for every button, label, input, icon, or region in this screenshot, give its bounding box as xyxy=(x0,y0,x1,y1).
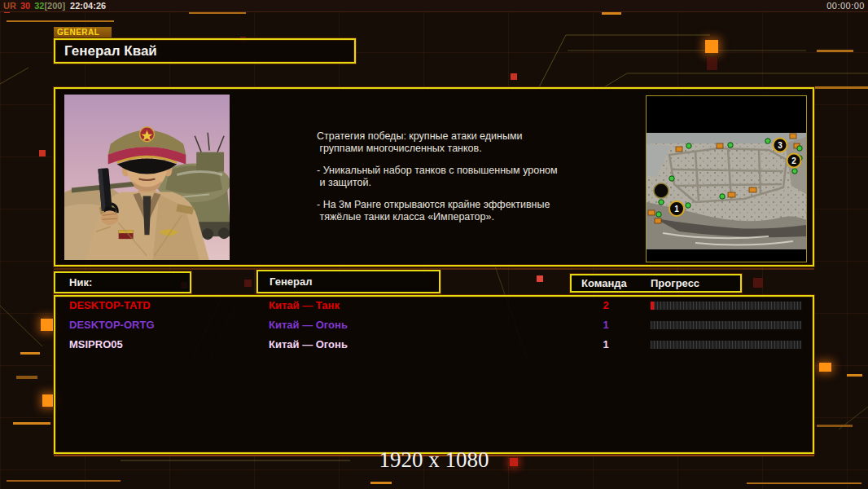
column-header-nick: Ник: xyxy=(54,271,191,293)
column-header-general: Генерал xyxy=(256,270,441,293)
debug-readout: UR3032[200]22:04:26 xyxy=(3,1,110,11)
player-general: Китай — Танк xyxy=(269,299,340,311)
description-paragraph: Стратегия победы: крупные атаки едиными … xyxy=(317,130,590,155)
tab-general[interactable]: GENERAL xyxy=(54,27,112,38)
general-description: Стратегия победы: крупные атаки едиными … xyxy=(317,130,590,233)
player-row[interactable]: MSIPRO05 Китай — Огонь 1 xyxy=(55,337,811,356)
player-team: 1 xyxy=(594,319,618,331)
general-portrait-image xyxy=(64,94,230,261)
svg-text:1: 1 xyxy=(674,205,679,214)
player-team: 1 xyxy=(594,338,618,350)
minimap-image: 1 2 3 xyxy=(647,96,806,262)
progress-bar xyxy=(650,301,802,311)
description-paragraph: - На 3м Ранге открываются крайне эффекти… xyxy=(317,199,590,223)
player-general: Китай — Огонь xyxy=(269,338,348,350)
player-row[interactable]: DESKTOP-TATD Китай — Танк 2 xyxy=(55,297,811,317)
debug-part: UR xyxy=(3,1,16,11)
progress-bar xyxy=(650,320,802,330)
debug-part: 32 xyxy=(34,1,44,11)
column-header-progress: Прогресс xyxy=(651,275,699,291)
general-portrait xyxy=(64,94,230,261)
top-status-bar: UR3032[200]22:04:26 00:00:00 xyxy=(0,0,868,12)
general-info-panel: Стратегия победы: крупные атаки едиными … xyxy=(54,87,814,267)
player-nick: DESKTOP-TATD xyxy=(69,299,151,311)
column-header-team: Команда xyxy=(581,275,627,291)
player-nick: DESKTOP-ORTG xyxy=(69,319,155,331)
general-lobby-screen: { "topbar": { "parts": [ {"t": "UR", "c"… xyxy=(0,0,868,489)
debug-part: 30 xyxy=(20,1,30,11)
player-team: 2 xyxy=(594,299,618,311)
svg-text:3: 3 xyxy=(778,141,783,150)
resolution-label: 1920 x 1080 xyxy=(0,447,868,473)
debug-part: [200] xyxy=(44,1,65,11)
general-title-box: Генерал Квай xyxy=(54,38,356,64)
player-row[interactable]: DESKTOP-ORTG Китай — Огонь 1 xyxy=(55,317,811,337)
column-header-team-progress: Команда Прогресс xyxy=(570,274,742,293)
page-title: Генерал Квай xyxy=(55,40,354,62)
match-timer: 00:00:00 xyxy=(826,1,865,11)
player-table: DESKTOP-TATD Китай — Танк 2 DESKTOP-ORTG… xyxy=(54,295,814,454)
svg-text:2: 2 xyxy=(791,156,796,165)
debug-clock: 22:04:26 xyxy=(70,1,106,11)
player-general: Китай — Огонь xyxy=(269,319,348,331)
player-nick: MSIPRO05 xyxy=(69,338,123,350)
description-paragraph: - Уникальный набор танков с повышенным у… xyxy=(317,165,590,189)
minimap[interactable]: 1 2 3 xyxy=(646,95,807,262)
progress-bar xyxy=(650,340,802,350)
